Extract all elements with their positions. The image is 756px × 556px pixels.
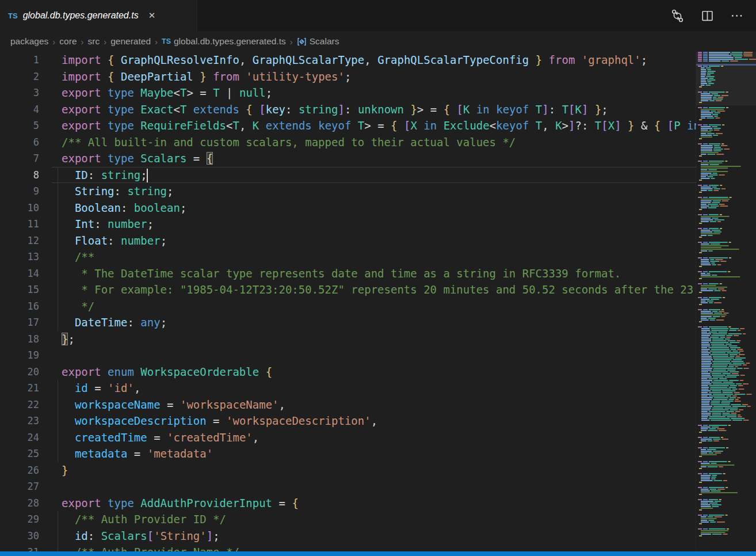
code-line[interactable]: 11 Int: number; [0, 216, 696, 233]
code-line[interactable]: 24 createdTime = 'createdTime', [0, 429, 696, 446]
line-number: 12 [0, 233, 39, 249]
code-line-text: DateTime: any; [39, 314, 167, 331]
code-line[interactable]: 29 /** Auth Provider ID */ [0, 511, 696, 528]
code-editor[interactable]: 1import { GraphQLResolveInfo, GraphQLSca… [0, 52, 696, 551]
code-line[interactable]: 3export type Maybe<T> = T | null; [0, 85, 696, 101]
code-line-text: /** All built-in and custom scalars, map… [39, 134, 516, 151]
line-number: 29 [0, 511, 39, 528]
indent-guide [58, 216, 58, 233]
more-actions-icon[interactable]: ⋯ [730, 8, 744, 23]
line-number: 31 [0, 544, 39, 551]
code-line[interactable]: 17 DateTime: any; [0, 314, 696, 331]
code-line[interactable]: 26} [0, 462, 696, 479]
code-line-text: export enum WorkspaceOrderable { [39, 364, 272, 380]
code-line-text: export type Scalars = { [39, 150, 213, 167]
code-line-text: * The DateTime scalar type represents da… [39, 265, 621, 282]
breadcrumb-separator: › [52, 37, 55, 47]
code-line[interactable]: 20export enum WorkspaceOrderable { [0, 364, 696, 380]
breadcrumb-item-core[interactable]: core [59, 36, 77, 47]
tab-title: global.db.types.generated.ts [23, 10, 139, 21]
code-line[interactable]: 28export type AddAuthProviderInput = { [0, 495, 696, 512]
line-number: 4 [0, 101, 39, 118]
line-number: 30 [0, 528, 39, 544]
code-line[interactable]: 8 ID: string; [0, 167, 696, 184]
indent-guide [58, 511, 58, 528]
code-line[interactable]: 12 Float: number; [0, 233, 696, 249]
code-line[interactable]: 13 /** [0, 249, 696, 265]
code-line-text: Float: number; [39, 233, 167, 249]
code-line-text: /** Auth Provider ID */ [39, 511, 226, 528]
breadcrumb-item-generated[interactable]: generated [110, 36, 151, 47]
code-line-text: }; [39, 331, 75, 348]
code-line[interactable]: 21 id = 'id', [0, 380, 696, 397]
code-line[interactable]: 1import { GraphQLResolveInfo, GraphQLSca… [0, 52, 696, 68]
breadcrumb-separator: › [104, 37, 106, 47]
code-line[interactable]: 16 */ [0, 298, 696, 315]
code-line[interactable]: 25 metadata = 'metadata' [0, 445, 696, 462]
tab-bar: TS global.db.types.generated.ts ✕ [0, 0, 756, 31]
minimap[interactable] [696, 52, 756, 551]
line-number: 25 [0, 445, 39, 462]
line-number: 15 [0, 281, 39, 298]
code-line[interactable]: 19 [0, 347, 696, 364]
indent-guide [58, 528, 58, 544]
code-line-text: workspaceDescription = 'workspaceDescrip… [39, 413, 377, 429]
line-number: 6 [0, 134, 39, 151]
status-bar [0, 551, 756, 556]
code-line[interactable]: 5export type RequireFields<T, K extends … [0, 117, 696, 134]
code-line[interactable]: 18}; [0, 331, 696, 348]
typescript-file-icon: TS [162, 37, 171, 45]
line-number: 20 [0, 364, 39, 380]
code-line[interactable]: 14 * The DateTime scalar type represents… [0, 265, 696, 282]
code-line[interactable]: 27 [0, 478, 696, 495]
code-line-text: import { GraphQLResolveInfo, GraphQLScal… [39, 52, 647, 68]
code-line-text: Int: number; [39, 216, 154, 233]
breadcrumb-item-global-db-types-generated-ts[interactable]: TSglobal.db.types.generated.ts [162, 36, 286, 47]
line-number: 3 [0, 85, 39, 101]
line-number: 5 [0, 117, 39, 134]
code-line[interactable]: 15 * For example: "1985-04-12T23:20:50.5… [0, 281, 696, 298]
code-line[interactable]: 2import { DeepPartial } from 'utility-ty… [0, 68, 696, 85]
open-changes-icon[interactable] [670, 8, 685, 23]
code-line[interactable]: 31 /** Auth Provider Name */ [0, 544, 696, 551]
line-number: 26 [0, 462, 39, 479]
line-number: 7 [0, 150, 39, 167]
indent-guide [58, 183, 58, 200]
code-line[interactable]: 10 Boolean: boolean; [0, 200, 696, 216]
indent-guide [58, 200, 58, 216]
code-line-text: String: string; [39, 183, 174, 200]
indent-guide [58, 544, 58, 551]
code-line-text: export type AddAuthProviderInput = { [39, 495, 299, 512]
indent-guide [58, 298, 58, 315]
code-line[interactable]: 4export type Exact<T extends { [key: str… [0, 101, 696, 118]
line-number: 21 [0, 380, 39, 397]
line-number: 27 [0, 478, 39, 495]
indent-guide [58, 265, 58, 282]
breadcrumb-separator: › [155, 37, 158, 47]
close-icon[interactable]: ✕ [148, 10, 156, 21]
breadcrumb-item-src[interactable]: src [88, 36, 100, 47]
code-line[interactable]: 23 workspaceDescription = 'workspaceDesc… [0, 413, 696, 429]
split-editor-icon[interactable] [700, 8, 715, 23]
vscode-window: TS global.db.types.generated.ts ✕ [0, 0, 756, 556]
tab-global-db-types[interactable]: TS global.db.types.generated.ts ✕ [0, 0, 197, 31]
line-number: 11 [0, 216, 39, 233]
code-line[interactable]: 6/** All built-in and custom scalars, ma… [0, 134, 696, 151]
line-number: 1 [0, 52, 39, 68]
line-number: 8 [0, 167, 39, 184]
indent-guide [58, 314, 58, 331]
code-line-text: */ [39, 298, 94, 315]
indent-guide [58, 413, 58, 429]
code-line[interactable]: 22 workspaceName = 'workspaceName', [0, 397, 696, 413]
breadcrumb: packages›core›src›generated›TSglobal.db.… [0, 31, 756, 52]
code-line-text: workspaceName = 'workspaceName', [39, 397, 285, 413]
line-number: 9 [0, 183, 39, 200]
code-line[interactable]: 9 String: string; [0, 183, 696, 200]
breadcrumb-item-packages[interactable]: packages [10, 36, 48, 47]
code-line[interactable]: 7export type Scalars = { [0, 150, 696, 167]
breadcrumb-item-scalars[interactable]: Scalars [297, 36, 339, 47]
indent-guide [58, 167, 58, 184]
code-line-text: import { DeepPartial } from 'utility-typ… [39, 68, 351, 85]
code-line[interactable]: 30 id: Scalars['String']; [0, 528, 696, 544]
line-number: 16 [0, 298, 39, 315]
